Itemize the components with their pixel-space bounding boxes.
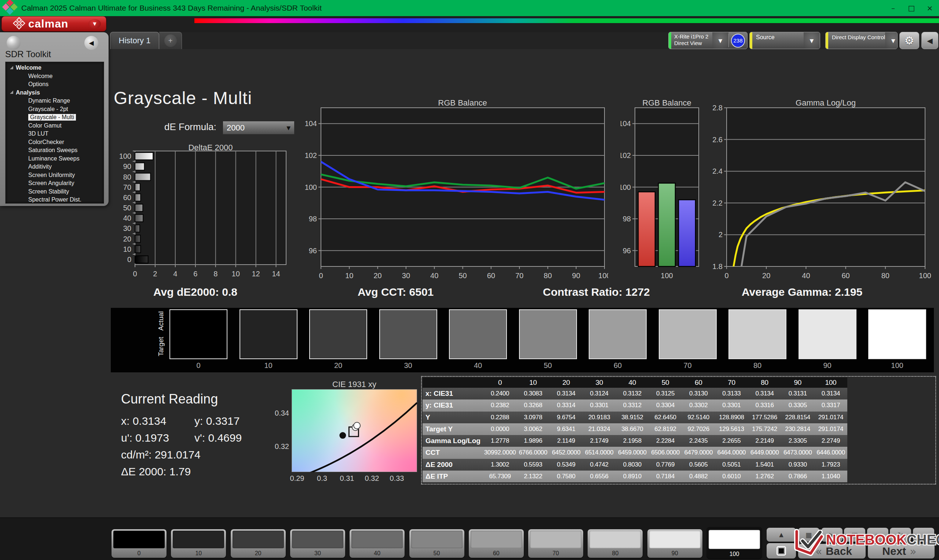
- display-control-arrow-icon[interactable]: ▼: [885, 32, 897, 49]
- pattern-level-90-button[interactable]: 90: [648, 529, 702, 558]
- cell: 177.5286: [748, 412, 781, 423]
- next-button[interactable]: Next »: [868, 544, 934, 558]
- toolbar-collapse-button[interactable]: ◀: [921, 32, 938, 49]
- pattern-window-button[interactable]: [766, 543, 796, 558]
- pattern-level-10-button[interactable]: 10: [171, 529, 226, 558]
- tab-history-1[interactable]: History 1: [110, 32, 159, 49]
- more-button[interactable]: [913, 528, 934, 542]
- sidebar-item-colorchecker[interactable]: ColorChecker: [6, 138, 104, 146]
- pattern-level-40-button[interactable]: 40: [350, 529, 405, 558]
- expander-icon[interactable]: [10, 66, 13, 69]
- cell: 0.3312: [616, 400, 649, 411]
- pattern-up-button[interactable]: ▲: [766, 528, 796, 542]
- cell: 0.2382: [483, 400, 517, 411]
- sidebar-item-screen-angularity[interactable]: Screen Angularity: [6, 179, 104, 188]
- tree-group-welcome[interactable]: Welcome: [6, 64, 104, 72]
- svg-text:2: 2: [153, 270, 157, 278]
- cell: 0.3317: [814, 400, 847, 411]
- pattern-level-80-button[interactable]: 80: [587, 529, 643, 558]
- cell: 0.5593: [517, 459, 549, 471]
- stop-button[interactable]: ■: [798, 528, 819, 542]
- cell: 0.0000: [483, 423, 517, 435]
- row-label: ΔE 2000: [422, 459, 483, 471]
- source-dropdown[interactable]: Source ▼: [749, 32, 820, 49]
- cell: 2.2149: [748, 435, 781, 447]
- calman-menu-button[interactable]: calman ▼: [2, 16, 106, 32]
- cie-ytick-0.34: 0.34: [268, 409, 289, 417]
- pattern-level-30-button[interactable]: 30: [290, 529, 345, 558]
- sidebar-collapse-button[interactable]: ◀: [84, 36, 98, 50]
- sidebar-item-welcome[interactable]: Welcome: [6, 72, 104, 81]
- cell: 6479.0000: [682, 447, 715, 458]
- meter-count-badge[interactable]: 238: [731, 34, 745, 48]
- sidebar-sphere-button[interactable]: [6, 36, 20, 50]
- source-dropdown-arrow-icon[interactable]: ▼: [804, 32, 820, 49]
- level-label: 80: [587, 550, 643, 557]
- pattern-level-20-button[interactable]: 20: [231, 529, 286, 558]
- sidebar-item-screen-uniformity[interactable]: Screen Uniformity: [6, 171, 104, 180]
- cell: 1.3002: [483, 459, 517, 471]
- cell: 0.6556: [583, 471, 616, 482]
- cell: 0.3268: [517, 400, 549, 411]
- settings-button[interactable]: ⚙: [899, 32, 919, 49]
- row-label: Gamma Log/Log: [422, 435, 483, 447]
- sidebar-item-luminance-sweeps[interactable]: Luminance Sweeps: [6, 155, 104, 163]
- calman-menu-arrow-icon[interactable]: ▼: [88, 19, 101, 29]
- back-button[interactable]: « Back: [798, 544, 866, 558]
- pattern-level-0-button[interactable]: 0: [111, 529, 167, 558]
- minimize-button[interactable]: –: [884, 0, 902, 16]
- svg-text:6: 6: [193, 270, 197, 278]
- cell: 1.2762: [748, 471, 781, 482]
- svg-text:102: 102: [305, 151, 317, 159]
- pattern-level-70-button[interactable]: 70: [528, 529, 583, 558]
- table-header-50: 50: [649, 377, 682, 388]
- loop-button[interactable]: ∞: [867, 528, 888, 542]
- display-control-dropdown[interactable]: Direct Display Control ▼: [825, 32, 897, 49]
- sidebar-item-screen-stability[interactable]: Screen Stability: [6, 188, 104, 196]
- strip-swatch-label-40: 40: [449, 362, 507, 370]
- cell: 0.6010: [715, 471, 748, 482]
- sidebar-item-saturation-sweeps[interactable]: Saturation Sweeps: [6, 146, 104, 155]
- maximize-button[interactable]: □: [902, 0, 920, 16]
- svg-text:10: 10: [345, 272, 353, 280]
- meter-status-stripe: [669, 32, 671, 49]
- pattern-level-50-button[interactable]: 50: [409, 529, 464, 558]
- sidebar-item-dynamic-range[interactable]: Dynamic Range: [6, 97, 104, 105]
- sidebar-item-spectral-power-dist-[interactable]: Spectral Power Dist.: [6, 196, 104, 204]
- add-tab-button[interactable]: +: [159, 32, 182, 49]
- sidebar-item-color-gamut[interactable]: Color Gamut: [6, 122, 104, 130]
- level-chip: [173, 531, 224, 548]
- pattern-level-100-button[interactable]: 100: [707, 527, 762, 558]
- meter-label: X-Rite i1Pro 2Direct View: [671, 32, 708, 49]
- sidebar-item-options[interactable]: Options: [6, 80, 104, 89]
- workflow-tree: WelcomeWelcomeOptionsAnalysisDynamic Ran…: [5, 62, 104, 204]
- cell: 1.1040: [814, 471, 847, 482]
- deltae-chart: 024681012141009080706050403020100: [117, 142, 297, 282]
- sidebar-item-grayscale-2pt[interactable]: Grayscale - 2pt: [6, 105, 104, 114]
- sidebar-item-grayscale-multi[interactable]: Grayscale - Multi: [6, 113, 104, 122]
- svg-text:40: 40: [802, 272, 810, 280]
- cell: 0.3302: [682, 400, 715, 411]
- cell: 0.4882: [682, 471, 715, 482]
- strip-swatch-label-80: 80: [728, 362, 786, 370]
- de-formula-dropdown[interactable]: 2000▼: [223, 121, 294, 134]
- table-row-3: Target Y0.00003.00629.634121.032438.6670…: [422, 423, 847, 435]
- cell: 0.3134: [814, 388, 847, 400]
- sidebar-item-additivity[interactable]: Additivity: [6, 163, 104, 171]
- sidebar-item-3d-lut[interactable]: 3D LUT: [6, 130, 104, 138]
- table-header-row: 0102030405060708090100: [422, 377, 847, 388]
- meter-dropdown-arrow-icon[interactable]: ▼: [712, 32, 728, 49]
- refresh-button[interactable]: ↻: [890, 528, 911, 542]
- row-label: CCT: [422, 447, 483, 458]
- meter-dropdown[interactable]: X-Rite i1Pro 2Direct View ▼ 238: [668, 32, 748, 49]
- calman-logo-text: calman: [28, 18, 68, 30]
- close-button[interactable]: ×: [920, 0, 939, 16]
- svg-text:98: 98: [623, 215, 631, 223]
- tree-group-analysis[interactable]: Analysis: [6, 89, 104, 97]
- expander-icon[interactable]: [10, 91, 13, 94]
- level-chip: [530, 531, 581, 548]
- play-button[interactable]: ▶: [821, 528, 842, 542]
- pattern-button[interactable]: ▣: [844, 528, 865, 542]
- cell: 291.0174: [814, 412, 847, 423]
- pattern-level-60-button[interactable]: 60: [469, 529, 524, 558]
